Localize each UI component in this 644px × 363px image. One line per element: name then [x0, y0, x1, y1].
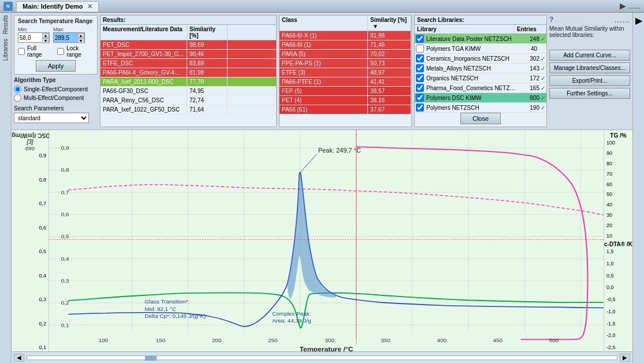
lib-table-header: Library Entries	[415, 25, 546, 34]
add-current-curve-button[interactable]: Add Current Curve...	[549, 50, 630, 61]
manage-libraries-button[interactable]: Manage Libraries/Classes...	[549, 62, 630, 73]
help-icon[interactable]: ?	[549, 16, 553, 24]
lib-checkbox[interactable]	[416, 74, 424, 82]
chart-container[interactable]: Peak: 249,7 °C Glass Transition*: Mid: 8…	[49, 130, 604, 351]
table-row[interactable]: PARA_Ixef_1022_GF50_DSC 71,64	[100, 105, 276, 114]
lib-entries: 172	[520, 75, 541, 82]
single-effect-label: Single-Effect/Component	[24, 86, 88, 92]
cdta-label: c-DTA® /K	[604, 241, 632, 247]
min-down-arrow[interactable]: ▼	[42, 38, 49, 43]
horizontal-scrollbar[interactable]	[27, 355, 617, 360]
lib-col-entries: Entries	[515, 25, 546, 34]
max-spin-input[interactable]: ▲ ▼	[53, 32, 85, 43]
dot-menu[interactable]: ……	[628, 3, 641, 10]
lib-row[interactable]: Polymers DSC KIMW 800 ✓	[415, 93, 546, 103]
lib-check-icon: ✓	[541, 105, 546, 111]
y-left-tick: 0,1	[12, 345, 46, 350]
lib-row[interactable]: Literature Data Poster NETZSCH 248 ✓	[415, 34, 546, 44]
sidebar-libraries-label[interactable]: Libraries	[1, 36, 10, 63]
class-row[interactable]: PPE-PA-PS (1) 50,73	[280, 59, 411, 68]
full-range-checkbox[interactable]	[18, 48, 25, 55]
class-row[interactable]: PA66-6I-X (1) 81,98	[280, 31, 411, 40]
lib-checkbox[interactable]	[416, 54, 424, 62]
sidebar-results-label[interactable]: Results	[1, 13, 10, 36]
lib-checkbox[interactable]	[416, 35, 424, 43]
max-down-arrow[interactable]: ▼	[77, 38, 84, 43]
class-row[interactable]: ETFE (3) 48,97	[280, 68, 411, 77]
max-up-arrow[interactable]: ▲	[77, 33, 84, 38]
libraries-panel: Search Libraries: Library Entries Litera…	[414, 15, 547, 127]
main-tab[interactable]: Main: Identify Demo ✕	[16, 1, 99, 12]
apply-button[interactable]: Apply	[36, 60, 76, 72]
lib-row[interactable]: Ceramics_Inorganics NETZSCH 302 ✓	[415, 54, 546, 64]
lib-entries: 40	[518, 46, 538, 52]
top-controls: Search Temperature Range Min: ▲ ▼	[12, 13, 632, 130]
table-row[interactable]: PET_DSC 98,69	[100, 40, 276, 50]
class-similarity: 81,98	[368, 31, 411, 40]
svg-text:100: 100	[99, 338, 109, 344]
class-row[interactable]: PA66 (61) 37,67	[280, 105, 411, 114]
lib-row[interactable]: Polymers TGA KIMW 40	[415, 44, 546, 54]
table-row[interactable]: PARA_Ixef_2011-000_DSC 77,70	[100, 77, 276, 87]
lib-checkbox[interactable]	[416, 64, 424, 72]
nav-arrow-icon[interactable]: ▶	[620, 2, 626, 10]
expand-icon[interactable]: ▶	[635, 15, 642, 26]
tab-close-icon[interactable]: ✕	[87, 3, 92, 10]
lib-row[interactable]: Pharma_Food_Cosmetics NETZSCH 165 ✓	[415, 83, 546, 93]
lib-name: Polymers TGA KIMW	[425, 45, 518, 53]
lib-check-icon: ✓	[541, 85, 546, 91]
class-results-panel: Class Similarity [%] ▼ PA66-6I-X (1) 81,…	[279, 15, 412, 127]
class-row[interactable]: PET (4) 38,16	[280, 96, 411, 105]
scroll-thumb[interactable]	[145, 356, 157, 361]
table-row[interactable]: PARA_Reny_C56_DSC 72,74	[100, 96, 276, 105]
lib-checkbox[interactable]	[416, 84, 424, 92]
result-name: PET_DSC	[100, 40, 187, 49]
lib-row[interactable]: Polymers NETZSCH 190 ✓	[415, 103, 546, 113]
multi-effect-radio[interactable]	[14, 94, 21, 102]
lib-checkbox[interactable]	[416, 45, 424, 53]
single-effect-radio[interactable]	[14, 86, 21, 93]
min-label: Min:	[18, 27, 50, 32]
min-up-arrow[interactable]: ▲	[42, 33, 49, 38]
class-row[interactable]: PA66-PTFE (1) 41,41	[280, 77, 411, 87]
lib-check-icon: ✓	[541, 55, 546, 62]
lib-name: Organics NETZSCH	[425, 75, 520, 82]
lib-name: Polymers NETZSCH	[425, 104, 520, 112]
class-row[interactable]: PARA (5) 70,02	[280, 50, 411, 59]
lock-range-checkbox[interactable]	[57, 48, 64, 55]
lib-name: Pharma_Food_Cosmetics NETZSCH	[425, 84, 520, 92]
table-row[interactable]: PET_Impet_2700_GV1-30_G... 90,46	[100, 50, 276, 59]
results-table-body: PET_DSC 98,69PET_Impet_2700_GV1-30_G... …	[100, 40, 276, 127]
table-row[interactable]: PA66-PA6I-X_Grivory_GV-4H-... 81,98	[100, 68, 276, 77]
min-spin-input[interactable]: ▲ ▼	[18, 32, 50, 43]
menu-dots-icon[interactable]: ……	[614, 15, 630, 24]
further-settings-button[interactable]: Further Settings...	[549, 88, 630, 99]
chart-wrapper: DSC /(mW/mg) [3] exo 0,90,80,70,60,50,40…	[12, 130, 632, 351]
lib-row[interactable]: Organics NETZSCH 172 ✓	[415, 73, 546, 83]
y-axis-left-container: DSC /(mW/mg) [3] exo 0,90,80,70,60,50,40…	[12, 130, 49, 351]
scroll-left-btn[interactable]: ◀	[14, 354, 24, 362]
max-value-input[interactable]	[55, 35, 77, 41]
lib-checkbox[interactable]	[416, 94, 424, 102]
min-value-input[interactable]	[20, 35, 42, 41]
class-row[interactable]: PA66-6I (1) 71,46	[280, 40, 411, 50]
scroll-right-btn[interactable]: ▶	[620, 354, 630, 362]
table-row[interactable]: PA66-GF30_DSC 74,95	[100, 87, 276, 96]
search-params-dropdown[interactable]: standard	[14, 113, 89, 123]
max-field-group: Max: ▲ ▼	[53, 27, 85, 43]
close-button[interactable]: Close	[460, 113, 501, 124]
lib-checkbox[interactable]	[416, 103, 424, 112]
class-sort-icon[interactable]: ▼	[373, 23, 378, 29]
svg-text:500: 500	[549, 338, 559, 344]
lib-row[interactable]: Metals_Alloys NETZSCH 143 ✓	[415, 64, 546, 73]
export-print-button[interactable]: Export/Print...	[549, 75, 630, 86]
y-left-ticks: 0,90,80,70,60,50,40,30,20,1	[12, 151, 49, 351]
class-row[interactable]: FEP (5) 38,57	[280, 87, 411, 96]
table-row[interactable]: ETFE_DSC 83,89	[100, 59, 276, 68]
y-right-cdta-tick: 1,0	[606, 261, 632, 266]
tg-label: TG /%	[604, 132, 632, 139]
class-col-header: Class	[280, 16, 368, 31]
single-effect-row: Single-Effect/Component	[14, 86, 98, 93]
svg-text:0,2: 0,2	[61, 300, 69, 306]
algorithm-panel: Algorithm Type Single-Effect/Component M…	[14, 77, 98, 123]
